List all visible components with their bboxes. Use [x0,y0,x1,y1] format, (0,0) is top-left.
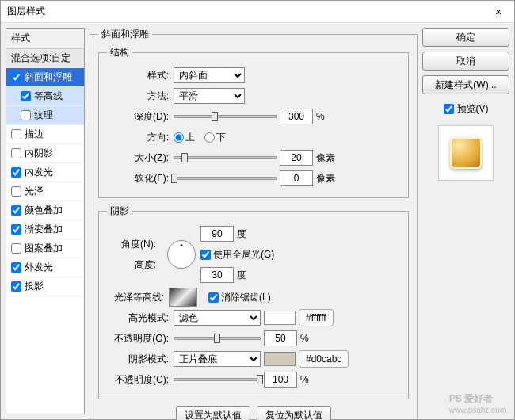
shading-legend: 阴影 [107,204,132,218]
close-icon[interactable]: × [489,2,508,21]
sidebar-item-1[interactable]: 等高线 [6,87,84,106]
highlight-color-swatch[interactable] [264,311,296,325]
shadow-hex-button[interactable]: #d0cabc [299,350,349,368]
titlebar: 图层样式 × [1,1,514,23]
depth-unit: % [316,111,338,122]
soften-slider[interactable] [174,177,277,180]
preview-checkbox[interactable]: 预览(V) [422,102,509,116]
bevel-panel-title: 斜面和浮雕 [98,28,152,41]
preview-thumb [450,137,482,169]
right-panel: 确定 取消 新建样式(W)... 预览(V) [422,28,509,414]
shadow-color-swatch[interactable] [264,352,296,366]
highlight-opacity-input[interactable] [264,330,297,346]
sidebar-item-4[interactable]: 内阴影 [6,144,84,163]
sidebar-item-6[interactable]: 光泽 [6,182,84,201]
shadow-opacity-unit: % [300,374,322,385]
sidebar-item-0[interactable]: 斜面和浮雕 [6,68,84,87]
style-select[interactable]: 内斜面 [174,67,245,83]
sidebar-item-3[interactable]: 描边 [6,125,84,144]
sidebar-checkbox-10[interactable] [11,262,21,273]
altitude-input[interactable] [200,267,234,283]
ok-button[interactable]: 确定 [422,28,509,47]
size-input[interactable] [280,150,313,166]
sidebar-header: 样式 [6,29,84,49]
highlight-mode-label: 高光模式: [107,311,170,325]
sidebar-label-5: 内发光 [25,166,53,179]
direction-down-radio[interactable]: 下 [204,131,226,144]
highlight-opacity-slider[interactable] [174,337,261,340]
shadow-mode-label: 阴影模式: [107,353,170,366]
sidebar-checkbox-6[interactable] [11,186,21,197]
sidebar-label-4: 内阴影 [25,147,53,160]
cancel-button[interactable]: 取消 [422,52,509,71]
sidebar-item-9[interactable]: 图案叠加 [6,239,84,258]
size-slider[interactable] [174,156,277,159]
depth-slider[interactable] [174,115,277,118]
sidebar-item-11[interactable]: 投影 [6,277,84,296]
sidebar-label-3: 描边 [25,128,44,141]
gloss-contour[interactable] [169,288,197,307]
sidebar-checkbox-3[interactable] [11,129,21,139]
highlight-hex-button[interactable]: #ffffff [299,309,334,326]
sidebar-checkbox-8[interactable] [11,224,21,235]
gloss-label: 光泽等高线: [107,291,166,304]
sidebar-item-8[interactable]: 渐变叠加 [6,220,84,239]
sidebar-label-11: 投影 [25,280,44,293]
shadow-opacity-input[interactable] [264,372,297,388]
angle-wheel[interactable] [167,240,196,269]
sidebar-item-10[interactable]: 外发光 [6,258,84,277]
size-unit: 像素 [316,151,338,165]
reset-default-button[interactable]: 复位为默认值 [257,406,331,420]
sidebar-item-7[interactable]: 颜色叠加 [6,201,84,220]
antialias-checkbox[interactable]: 消除锯齿(L) [208,291,271,304]
sidebar-label-7: 颜色叠加 [25,204,63,217]
soften-input[interactable] [280,170,313,186]
set-default-button[interactable]: 设置为默认值 [176,406,250,420]
highlight-opacity-unit: % [300,333,322,344]
sidebar-label-9: 图案叠加 [25,242,63,255]
new-style-button[interactable]: 新建样式(W)... [422,75,509,94]
sidebar-checkbox-7[interactable] [11,205,21,216]
angle-input[interactable] [200,226,234,242]
global-light-checkbox[interactable]: 使用全局光(G) [200,248,274,262]
soften-label: 软化(F): [107,172,170,185]
sidebar-checkbox-1[interactable] [21,91,31,101]
highlight-opacity-label: 不透明度(O): [107,332,170,346]
bevel-panel: 斜面和浮雕 结构 样式: 内斜面 方法: 平滑 深度(D): [90,28,418,420]
direction-label: 方向: [107,131,170,144]
sidebar-checkbox-5[interactable] [11,167,21,178]
shadow-opacity-slider[interactable] [174,378,261,381]
sidebar-label-10: 外发光 [25,261,53,274]
sidebar-checkbox-4[interactable] [11,148,21,158]
sidebar-checkbox-9[interactable] [11,243,21,254]
angle-label: 角度(N): [107,238,158,251]
dialog-title: 图层样式 [7,5,489,18]
sidebar-item-5[interactable]: 内发光 [6,163,84,182]
soften-unit: 像素 [316,172,338,185]
styles-sidebar: 样式 混合选项:自定 斜面和浮雕等高线纹理描边内阴影内发光光泽颜色叠加渐变叠加图… [6,28,85,414]
sidebar-label-2: 纹理 [34,109,53,122]
size-label: 大小(Z): [107,151,170,165]
sidebar-label-0: 斜面和浮雕 [25,71,72,84]
sidebar-label-1: 等高线 [34,90,63,103]
shadow-mode-select[interactable]: 正片叠底 [174,351,261,367]
sidebar-checkbox-11[interactable] [11,281,21,292]
sidebar-blend-options[interactable]: 混合选项:自定 [6,49,84,68]
structure-group: 结构 样式: 内斜面 方法: 平滑 深度(D): [98,46,409,198]
highlight-mode-select[interactable]: 滤色 [174,310,261,326]
technique-select[interactable]: 平滑 [174,88,245,104]
sidebar-item-2[interactable]: 纹理 [6,106,84,125]
structure-legend: 结构 [107,46,132,59]
direction-up-radio[interactable]: 上 [174,131,195,144]
angle-unit: 度 [237,227,259,241]
shading-group: 阴影 角度(N): 高度: [98,204,409,399]
sidebar-label-8: 渐变叠加 [25,223,63,236]
sidebar-checkbox-2[interactable] [21,110,31,120]
sidebar-checkbox-0[interactable] [11,72,21,82]
shadow-opacity-label: 不透明度(C): [107,373,170,387]
depth-input[interactable] [280,109,313,124]
altitude-label: 高度: [107,258,158,272]
altitude-unit: 度 [237,269,259,282]
technique-label: 方法: [107,90,170,103]
style-label: 样式: [107,69,170,82]
